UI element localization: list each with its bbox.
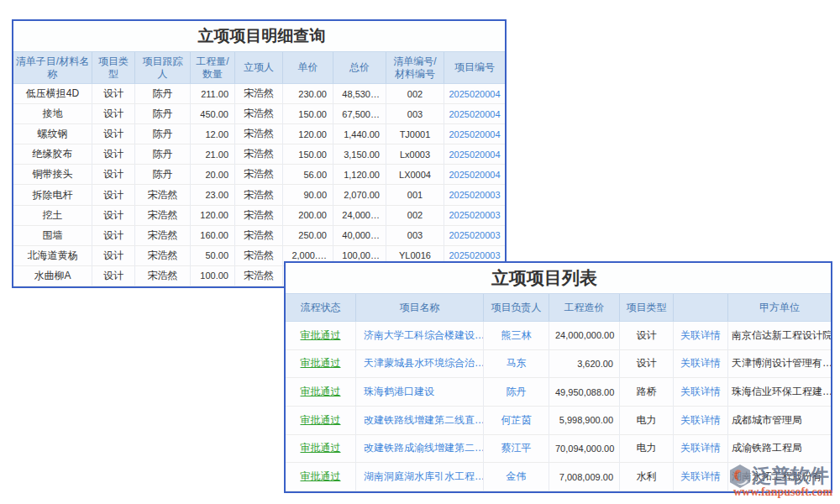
cell-flow-status[interactable]: 审批通过 <box>286 322 356 350</box>
cell-flow-status[interactable]: 审批通过 <box>286 378 356 407</box>
cell-flow-status[interactable]: 审批通过 <box>286 350 356 379</box>
cell-initiator: 宋浩然 <box>235 266 283 286</box>
detail-query-title: 立项项目明细查询 <box>13 21 505 52</box>
cell-unit-price: 250.00 <box>283 226 333 246</box>
table-row: 审批通过湖南洞庭湖水库引水工程…金伟7,008,009.00水利关联详情湖南永拓… <box>286 463 831 491</box>
cell-project-manager[interactable]: 金伟 <box>484 463 549 491</box>
cell-project-code[interactable]: 2025020003 <box>444 206 505 226</box>
cell-project-manager[interactable]: 何芷茵 <box>484 407 549 435</box>
column-header-detail-link <box>674 294 728 322</box>
table-row: 螺纹钢设计陈丹12.00宋浩然120.001,440.00TJ000120250… <box>13 124 505 144</box>
cell-initiator: 宋浩然 <box>235 84 283 104</box>
cell-unit-price: 90.00 <box>283 185 333 205</box>
column-header-quantity: 工程量/ 数量 <box>191 52 235 84</box>
cell-project-code[interactable]: 2025020003 <box>444 185 505 205</box>
project-list-table: 流程状态项目名称项目负责人工程造价项目类型甲方单位审批通过济南大学工科综合楼建设… <box>286 294 831 491</box>
detail-query-panel: 立项项目明细查询 清单子目/材料名 称项目类 型项目跟踪 人工程量/ 数量立项人… <box>12 19 507 288</box>
cell-quantity: 20.00 <box>191 165 235 185</box>
cell-project-code[interactable]: 2025020004 <box>444 124 505 144</box>
cell-list-code: TJ0001 <box>386 124 444 144</box>
header-row: 流程状态项目名称项目负责人工程造价项目类型甲方单位 <box>286 294 831 322</box>
cell-quantity: 160.00 <box>191 226 235 246</box>
cell-project-name[interactable]: 改建铁路成渝线增建第二… <box>356 435 484 464</box>
cell-project-type: 设计 <box>92 144 135 165</box>
column-header-project-code: 项目编号 <box>444 52 505 84</box>
cell-detail-link[interactable]: 关联详情 <box>674 463 728 491</box>
cell-project-cost: 5,998,900.00 <box>549 407 620 435</box>
cell-project-type: 设计 <box>92 266 135 286</box>
cell-item-name: 北海道黄杨 <box>13 246 92 266</box>
cell-project-cost: 3,620.00 <box>549 350 620 379</box>
cell-total-price: 3,150.00 <box>333 144 386 165</box>
cell-project-cost: 49,950,088.00 <box>549 378 620 407</box>
cell-initiator: 宋浩然 <box>235 246 283 266</box>
cell-tracker: 陈丹 <box>135 84 191 104</box>
cell-project-name[interactable]: 天津蒙城县水环境综合治… <box>356 350 484 379</box>
project-list-panel: 立项项目列表 流程状态项目名称项目负责人工程造价项目类型甲方单位审批通过济南大学… <box>284 261 832 493</box>
table-row: 围墙设计宋浩然160.00宋浩然250.0040,000…00320250200… <box>13 226 505 246</box>
cell-project-type: 电力 <box>620 435 674 464</box>
cell-item-name: 围墙 <box>13 226 92 246</box>
cell-project-code[interactable]: 2025020003 <box>444 226 505 246</box>
cell-tracker: 宋浩然 <box>135 206 191 226</box>
cell-detail-link[interactable]: 关联详情 <box>674 350 728 379</box>
column-header-unit-price: 单价 <box>283 52 333 84</box>
cell-project-name[interactable]: 改建铁路线增建第二线直… <box>356 407 484 435</box>
cell-detail-link[interactable]: 关联详情 <box>674 322 728 350</box>
cell-total-price: 67,500… <box>333 104 386 124</box>
cell-project-manager[interactable]: 马东 <box>484 350 549 379</box>
cell-initiator: 宋浩然 <box>235 124 283 144</box>
cell-initiator: 宋浩然 <box>235 104 283 124</box>
cell-total-price: 24,000… <box>333 206 386 226</box>
table-row: 审批通过改建铁路线增建第二线直…何芷茵5,998,900.00电力关联详情成都城… <box>286 407 831 435</box>
cell-project-type: 设计 <box>92 84 135 104</box>
cell-list-code: 002 <box>386 84 444 104</box>
cell-list-code: 002 <box>386 206 444 226</box>
cell-tracker: 宋浩然 <box>135 185 191 205</box>
cell-quantity: 211.00 <box>191 84 235 104</box>
column-header-item-name: 清单子目/材料名 称 <box>13 52 92 84</box>
cell-unit-price: 120.00 <box>283 124 333 144</box>
cell-client-unit: 成渝铁路工程局 <box>728 435 831 464</box>
cell-project-cost: 70,094,000.00 <box>549 435 620 464</box>
cell-tracker: 陈丹 <box>135 144 191 165</box>
cell-client-unit: 珠海信业环保工程建… <box>728 378 831 407</box>
cell-flow-status[interactable]: 审批通过 <box>286 435 356 464</box>
cell-project-manager[interactable]: 熊三林 <box>484 322 549 350</box>
table-row: 审批通过改建铁路成渝线增建第二…蔡江平70,094,000.00电力关联详情成渝… <box>286 435 831 464</box>
cell-unit-price: 150.00 <box>283 144 333 165</box>
cell-initiator: 宋浩然 <box>235 206 283 226</box>
cell-detail-link[interactable]: 关联详情 <box>674 435 728 464</box>
cell-project-name[interactable]: 湖南洞庭湖水库引水工程… <box>356 463 484 491</box>
cell-project-code[interactable]: 2025020004 <box>444 144 505 165</box>
cell-total-price: 40,000… <box>333 226 386 246</box>
cell-initiator: 宋浩然 <box>235 226 283 246</box>
cell-project-code[interactable]: 2025020004 <box>444 104 505 124</box>
cell-project-code[interactable]: 2025020004 <box>444 165 505 185</box>
cell-project-manager[interactable]: 蔡江平 <box>484 435 549 464</box>
cell-project-type: 设计 <box>92 206 135 226</box>
cell-detail-link[interactable]: 关联详情 <box>674 407 728 435</box>
table-row: 拆除电杆设计宋浩然23.00宋浩然90.002,070.000012025020… <box>13 185 505 205</box>
column-header-list-code: 清单编号/ 材料编号 <box>386 52 444 84</box>
cell-project-type: 电力 <box>620 407 674 435</box>
cell-detail-link[interactable]: 关联详情 <box>674 378 728 407</box>
cell-project-manager[interactable]: 陈丹 <box>484 378 549 407</box>
cell-quantity: 23.00 <box>191 185 235 205</box>
cell-project-type: 设计 <box>92 185 135 205</box>
column-header-project-cost: 工程造价 <box>549 294 620 322</box>
cell-initiator: 宋浩然 <box>235 185 283 205</box>
cell-tracker: 陈丹 <box>135 165 191 185</box>
cell-client-unit: 成都城市管理局 <box>728 407 831 435</box>
cell-project-name[interactable]: 济南大学工科综合楼建设… <box>356 322 484 350</box>
cell-project-type: 设计 <box>92 165 135 185</box>
cell-flow-status[interactable]: 审批通过 <box>286 407 356 435</box>
cell-flow-status[interactable]: 审批通过 <box>286 463 356 491</box>
cell-item-name: 螺纹钢 <box>13 124 92 144</box>
cell-tracker: 陈丹 <box>135 124 191 144</box>
column-header-project-type: 项目类型 <box>620 294 674 322</box>
cell-item-name: 拆除电杆 <box>13 185 92 205</box>
cell-project-code[interactable]: 2025020004 <box>444 84 505 104</box>
cell-initiator: 宋浩然 <box>235 144 283 165</box>
cell-project-name[interactable]: 珠海鹤港口建设 <box>356 378 484 407</box>
